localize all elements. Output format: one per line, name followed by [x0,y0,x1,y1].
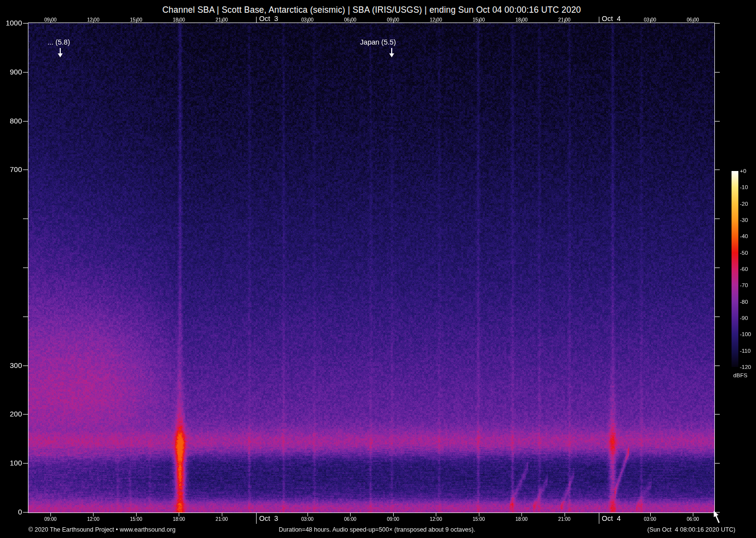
y-tick-label: 800 [0,117,22,125]
time-label-bottom: 15:00 [468,516,490,522]
y-tick-right [714,170,720,170]
colorbar-tick-label: -50 [740,250,748,256]
y-tick-right [714,23,720,24]
colorbar-tick-label: -40 [740,233,748,240]
y-tick-right [714,463,720,464]
time-label-top: 03:00 [297,17,318,23]
time-label-top: 18:00 [511,17,532,23]
colorbar-tick-label: -30 [740,217,748,223]
time-tick-bottom [479,513,479,516]
time-label-bottom: 15:00 [125,516,147,522]
time-label-bottom: 09:00 [382,516,404,522]
time-label-bottom: 09:00 [40,516,61,522]
y-tick-label: 200 [0,410,22,418]
y-tick-label: 1000 [0,19,22,27]
time-tick-bottom [307,513,308,516]
footer-duration: Duration=48 hours. Audio speed-up=500× (… [186,526,568,533]
time-label-bottom: 03:00 [297,516,318,522]
time-label-top: 03:00 [639,17,661,23]
time-tick-bottom [521,513,522,516]
time-label-top: 12:00 [425,17,447,23]
time-tick-bottom [350,513,351,516]
footer-copyright: © 2020 The Earthsound Project • www.eart… [28,526,175,533]
time-label-bottom: 12:00 [82,516,104,522]
time-tick-bottom [693,513,693,516]
event-annotation-japan-label: Japan (5.5) [360,38,396,46]
y-tick-right [714,414,720,415]
time-label-top: 21:00 [554,17,575,23]
colorbar-tick-label: -110 [740,348,751,354]
time-label-bottom: 12:00 [425,516,447,522]
time-tick-bottom [565,513,565,516]
colorbar-tick-label: +0 [740,168,746,174]
time-label-top: 21:00 [211,17,233,23]
y-tick-label: 300 [0,362,22,369]
colorbar-tick-label: -100 [740,331,751,338]
time-label-bottom: 18:00 [168,516,189,522]
time-label-top: 06:00 [339,17,361,23]
time-tick-bottom [179,513,179,516]
time-label-bottom: 21:00 [211,516,233,522]
time-label-bottom: 18:00 [511,516,532,522]
time-label-bottom: 03:00 [639,516,661,522]
y-tick-right [714,219,720,219]
time-label-bottom: 21:00 [554,516,575,522]
y-tick-right [714,366,720,366]
event-annotation-58-label: ... (5.8) [47,38,70,46]
footer-end-time: (Sun Oct 4 08:00:16 2020 UTC) [539,526,735,533]
time-tick-bottom [393,513,394,516]
time-tick-bottom [50,513,51,516]
time-label-top: 09:00 [382,17,404,23]
time-label-top: 15:00 [468,17,490,23]
time-label-top: 06:00 [682,17,704,23]
time-tick-bottom-day [599,513,599,524]
plot-frame [28,23,715,513]
y-tick-label: 100 [0,459,22,467]
time-label-top: Oct 3 [259,15,278,23]
page-title: Channel SBA | Scott Base, Antarctica (se… [0,5,743,15]
time-tick-bottom [93,513,94,516]
time-label-top: Oct 4 [602,15,621,23]
colorbar-unit-label: dBFS [730,372,751,378]
y-tick-right [714,121,720,122]
y-tick-right [714,72,720,73]
colorbar-tick-label: -90 [740,315,748,321]
colorbar-tick-label: -70 [740,282,748,289]
y-tick-right [714,268,720,268]
spectrogram-canvas [28,23,714,513]
time-label-top: 12:00 [82,17,104,23]
time-tick-bottom [136,513,137,516]
y-tick-right [714,317,720,317]
time-tick-bottom-day [256,513,257,524]
time-label-bottom: 06:00 [339,516,361,522]
colorbar [732,171,738,367]
down-arrow-icon [391,48,394,57]
mouse-cursor [708,511,721,526]
time-tick-bottom [222,513,222,516]
time-tick-bottom [650,513,651,516]
time-label-bottom: Oct 3 [259,514,278,522]
colorbar-tick-label: -10 [740,184,748,191]
event-annotation-58: ... (5.8) [29,38,88,46]
y-tick-label: 0 [0,508,22,516]
colorbar-tick-label: -80 [740,299,748,305]
colorbar-tick-label: -20 [740,201,748,207]
y-tick-label: 900 [0,68,22,76]
colorbar-tick-label: -120 [740,364,751,370]
time-label-bottom: Oct 4 [602,514,621,522]
time-label-top: 18:00 [168,17,189,23]
time-label-bottom: 06:00 [682,516,704,522]
down-arrow-icon [60,48,63,57]
spectrogram-page: Channel SBA | Scott Base, Antarctica (se… [0,0,756,538]
time-label-top: 09:00 [40,17,61,23]
time-tick-bottom [436,513,436,516]
y-tick-label: 700 [0,166,22,173]
event-annotation-japan: Japan (5.5) [349,38,407,46]
time-label-top: 15:00 [125,17,147,23]
colorbar-tick-label: -60 [740,266,748,272]
